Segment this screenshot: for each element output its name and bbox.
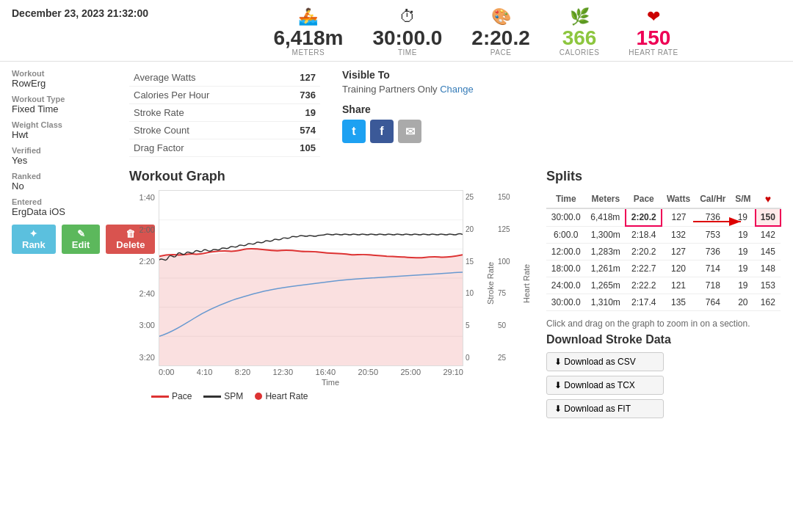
y-left-3: 2:20 — [129, 257, 155, 266]
time-value: 30:00.0 — [372, 26, 442, 49]
heartrate-icon: ❤ — [629, 7, 678, 26]
y-left-2: 2:00 — [129, 225, 155, 234]
main-content: Workout RowErg Workout Type Fixed Time W… — [0, 62, 793, 430]
col-hr: ♥ — [756, 190, 781, 208]
split-time: 6:00.0 — [546, 226, 586, 244]
calories-value: 366 — [562, 26, 597, 49]
split-hr: 153 — [756, 277, 781, 294]
split-meters: 1,310m — [586, 294, 626, 311]
stats-value: 19 — [277, 104, 320, 122]
legend-spm: SPM — [203, 391, 243, 401]
x-tick-3: 8:20 — [235, 368, 250, 376]
split-calhr: 736 — [695, 244, 731, 260]
split-time: 18:00.0 — [546, 260, 586, 277]
workout-graph-title: Workout Graph — [129, 169, 532, 184]
stat-heartrate: ❤ 150 HEART RATE — [629, 7, 678, 57]
graph-canvas-area[interactable]: 0:00 4:10 8:20 12:30 16:40 20:50 25:00 2… — [159, 190, 463, 376]
x-axis-ticks: 0:00 4:10 8:20 12:30 16:40 20:50 25:00 2… — [159, 366, 463, 376]
stats-label: Stroke Count — [129, 122, 277, 139]
stats-value: 574 — [277, 122, 320, 139]
download-tcx-button[interactable]: ⬇ Download as TCX — [546, 376, 664, 395]
stats-row: Stroke Count574 — [129, 122, 320, 139]
center-area: Average Watts127Calories Per Hour736Stro… — [129, 69, 781, 423]
edit-button[interactable]: ✎ Edit — [62, 225, 101, 254]
split-pace: 2:20.2 — [626, 244, 662, 260]
split-calhr: 714 — [695, 260, 731, 277]
verified-label: Verified — [12, 146, 115, 155]
ranked-value: No — [12, 181, 115, 192]
download-section: Click and drag on the graph to zoom in o… — [546, 318, 781, 418]
workout-type-row: Workout Type Fixed Time — [12, 95, 115, 114]
download-csv-button[interactable]: ⬇ Download as CSV — [546, 352, 664, 371]
stats-row: Average Watts127 — [129, 69, 320, 87]
share-twitter-button[interactable]: t — [342, 120, 366, 143]
verified-row: Verified Yes — [12, 146, 115, 166]
hr-legend-label: Heart Rate — [265, 391, 308, 401]
visible-to-text: Training Partners Only — [342, 84, 438, 95]
heartrate-value: 150 — [637, 26, 671, 49]
x-tick-6: 20:50 — [358, 368, 379, 376]
split-hr: 150 — [756, 208, 781, 226]
y-axis-left: 1:40 2:00 2:20 2:40 3:00 3:20 — [129, 190, 159, 376]
workout-label: Workout — [12, 69, 115, 78]
workout-type-label: Workout Type — [12, 95, 115, 103]
workout-row: Workout RowErg — [12, 69, 115, 89]
split-pace: 2:22.7 — [626, 260, 662, 277]
split-watts: 135 — [662, 294, 695, 311]
col-sm: S/M — [731, 190, 756, 208]
download-note: Click and drag on the graph to zoom in o… — [546, 318, 781, 329]
header-stats: 🚣 6,418m METERS ⏱ 30:00.0 TIME 🎨 2:20.2 … — [170, 7, 781, 57]
graph-svg[interactable] — [159, 190, 463, 366]
stats-label: Calories Per Hour — [129, 87, 277, 104]
entered-row: Entered ErgData iOS — [12, 197, 115, 217]
pace-unit: PACE — [471, 48, 529, 57]
stats-value: 127 — [277, 69, 320, 87]
split-hr: 142 — [756, 226, 781, 244]
split-sm: 19 — [731, 260, 756, 277]
stats-label: Average Watts — [129, 69, 277, 87]
split-time: 12:00.0 — [546, 244, 586, 260]
download-fit-button[interactable]: ⬇ Download as FIT — [546, 399, 664, 418]
visible-to-change-link[interactable]: Change — [440, 84, 474, 95]
time-unit: TIME — [372, 48, 442, 57]
split-calhr: 753 — [695, 226, 731, 244]
workout-info-panel: Workout RowErg Workout Type Fixed Time W… — [12, 69, 115, 423]
share-email-button[interactable]: ✉ — [398, 120, 421, 143]
split-calhr: 736 — [695, 208, 731, 226]
x-tick-5: 16:40 — [316, 368, 336, 376]
share-facebook-button[interactable]: f — [370, 120, 394, 143]
pace-legend-label: Pace — [172, 391, 192, 401]
pace-legend-line — [151, 396, 169, 398]
y-axis-spm: 25 20 15 10 5 0 — [463, 190, 485, 376]
split-meters: 1,300m — [586, 226, 626, 244]
share-buttons: t f ✉ — [342, 120, 489, 143]
split-pace: 2:22.2 — [626, 277, 662, 294]
split-calhr: 764 — [695, 294, 731, 311]
stat-pace: 🎨 2:20.2 PACE — [471, 7, 529, 57]
split-watts: 127 — [662, 208, 695, 226]
verified-value: Yes — [12, 155, 115, 166]
split-pace: 2:18.4 — [626, 226, 662, 244]
split-meters: 1,261m — [586, 260, 626, 277]
social-area: Visible To Training Partners Only Change… — [342, 69, 489, 157]
split-time: 30:00.0 — [546, 294, 586, 311]
graph-legend: Pace SPM Heart Rate — [129, 391, 532, 401]
meters-value: 6,418m — [273, 26, 343, 49]
graph-wrapper: 1:40 2:00 2:20 2:40 3:00 3:20 — [129, 190, 532, 376]
meters-unit: METERS — [273, 48, 343, 57]
split-meters: 1,283m — [586, 244, 626, 260]
rank-button[interactable]: ✦ Rank — [12, 225, 56, 254]
workout-graph-panel: Workout Graph 1:40 2:00 2:20 2:40 3:00 3… — [129, 169, 532, 423]
y-left-1: 1:40 — [129, 193, 155, 202]
weight-class-label: Weight Class — [12, 120, 115, 129]
header-date: December 23, 2023 21:32:00 — [12, 7, 148, 19]
action-buttons: ✦ Rank ✎ Edit 🗑 Delete — [12, 225, 115, 254]
table-row: 30:00.0 6,418m 2:20.2 127 736 19 150 — [546, 208, 781, 226]
table-row: 6:00.0 1,300m 2:18.4 132 753 19 142 — [546, 226, 781, 244]
stats-row: Drag Factor105 — [129, 139, 320, 157]
split-hr: 162 — [756, 294, 781, 311]
workout-value: RowErg — [12, 78, 115, 89]
y-axis-spm-label: Stroke Rate — [485, 190, 496, 376]
stat-time: ⏱ 30:00.0 TIME — [372, 7, 442, 57]
split-watts: 132 — [662, 226, 695, 244]
